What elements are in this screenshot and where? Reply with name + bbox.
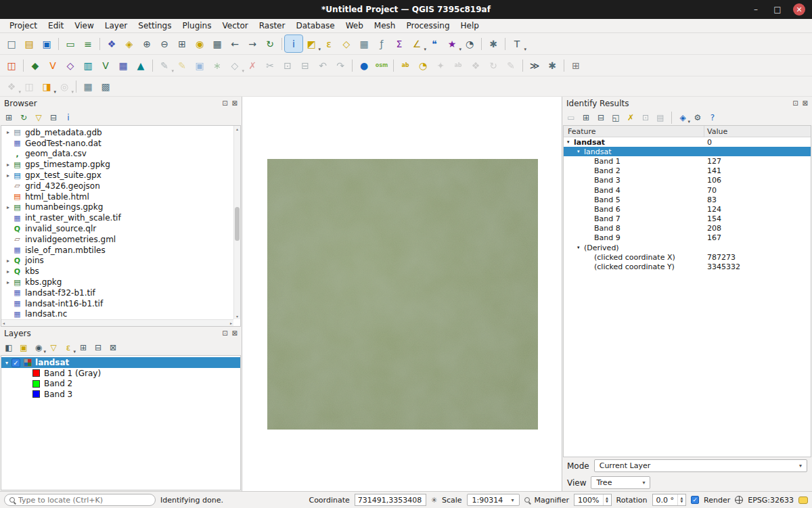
expand-arrow-icon[interactable]: ▸ bbox=[4, 279, 12, 285]
menu-item[interactable]: Layer bbox=[99, 20, 133, 32]
browser-item[interactable]: ▸ ▱ grid_4326.geojson bbox=[1, 181, 233, 191]
data-source-manager-icon[interactable]: ◫ bbox=[3, 57, 20, 74]
add-vector-layer-icon[interactable]: V bbox=[97, 57, 114, 74]
save-layer-edits-icon[interactable]: ▣ bbox=[191, 57, 208, 74]
expand-tree-icon[interactable]: ⊞ bbox=[579, 111, 593, 124]
delete-selected-icon[interactable]: ✗ bbox=[244, 57, 261, 74]
rotate-label-icon[interactable]: ↻ bbox=[484, 57, 502, 74]
toolbar-button[interactable] bbox=[478, 35, 484, 52]
value-column-header[interactable]: Value bbox=[704, 126, 811, 137]
rotation-spinbox[interactable]: 0.0 ° ▲▼ bbox=[652, 494, 687, 506]
add-group-icon[interactable]: ▣ bbox=[17, 341, 30, 354]
refresh-browser-icon[interactable]: ↻ bbox=[17, 111, 30, 124]
extent-icon[interactable]: ✳ bbox=[431, 496, 437, 505]
remove-layer-icon[interactable]: ⊠ bbox=[106, 341, 120, 354]
select-features-icon[interactable]: ◩ bbox=[302, 35, 320, 52]
zoom-full-icon[interactable]: ⊞ bbox=[173, 35, 191, 52]
browser-item[interactable]: ▸ Q joins bbox=[1, 256, 233, 267]
identify-help-icon[interactable]: ? bbox=[706, 111, 719, 124]
measure-icon[interactable]: ∠ bbox=[408, 35, 426, 52]
toolbar-button[interactable] bbox=[502, 35, 508, 52]
layer-styling-icon[interactable]: ◧ bbox=[2, 341, 16, 354]
highlight-labels-icon[interactable]: ab bbox=[449, 57, 467, 74]
menu-item[interactable]: View bbox=[69, 20, 99, 32]
panel-toolbar-button[interactable] bbox=[669, 111, 675, 124]
layer-band-item[interactable]: Band 2 bbox=[1, 379, 240, 390]
browser-item[interactable]: ▸ ▦ isle_of_man.mbtiles bbox=[1, 245, 233, 256]
select-by-expression-icon[interactable]: ε bbox=[320, 35, 338, 52]
expand-arrow-icon[interactable]: ▸ bbox=[4, 269, 12, 275]
layer-item-landsat[interactable]: ▾ ✓ landsat bbox=[1, 357, 240, 368]
identify-result-row[interactable]: ▾landsat bbox=[564, 147, 811, 156]
toolbar-button[interactable] bbox=[97, 35, 103, 52]
change-label-icon[interactable]: ✎ bbox=[502, 57, 520, 74]
titlebar[interactable]: *Untitled Project — QGIS 7395c819af – □ … bbox=[0, 0, 812, 19]
expand-arrow-icon[interactable]: ▸ bbox=[4, 258, 12, 264]
undock-panel-icon[interactable]: ⊡ bbox=[222, 99, 227, 107]
refresh-map-icon[interactable]: ↻ bbox=[261, 35, 279, 52]
deselect-features-icon[interactable]: ◇ bbox=[338, 35, 355, 52]
expand-arrow-icon[interactable]: ▾ bbox=[567, 139, 574, 145]
processing-toolbox-icon[interactable]: ✱ bbox=[484, 35, 502, 52]
pan-to-selection-icon[interactable]: ◈ bbox=[120, 35, 138, 52]
toolbar-button[interactable] bbox=[150, 57, 156, 74]
move-feature-icon[interactable]: ❖ bbox=[3, 78, 20, 95]
identify-settings-icon[interactable]: ⚙ bbox=[691, 111, 704, 124]
temporal-controller-icon[interactable]: ◔ bbox=[461, 35, 478, 52]
mode-combobox[interactable]: Current Layer bbox=[594, 459, 807, 472]
browser-item[interactable]: ▸ Q kbs bbox=[1, 266, 233, 277]
vertical-scrollbar[interactable]: ▴▾ bbox=[233, 126, 240, 319]
browser-item[interactable]: ▸ ▤ html_table.html bbox=[1, 191, 233, 202]
expand-arrow-icon[interactable]: ▸ bbox=[4, 172, 12, 179]
browser-item[interactable]: ▸ ▤ gps_timestamp.gpkg bbox=[1, 159, 233, 170]
browser-item[interactable]: ▸ ▦ landsat-f32-b1.tif bbox=[1, 287, 233, 298]
identify-result-row[interactable]: ▾Band 8 208 bbox=[564, 224, 811, 233]
browser-properties-icon[interactable]: i bbox=[62, 111, 75, 124]
identify-result-row[interactable]: ▾Band 3 106 bbox=[564, 176, 811, 185]
split-features-icon[interactable]: ◫ bbox=[20, 78, 38, 95]
menu-item[interactable]: Processing bbox=[401, 20, 455, 32]
menu-item[interactable]: Help bbox=[455, 20, 484, 32]
messages-icon[interactable] bbox=[798, 497, 808, 504]
coordinate-input[interactable] bbox=[355, 494, 426, 506]
horizontal-scrollbar[interactable]: ◂▸ bbox=[1, 319, 233, 326]
undock-panel-icon[interactable]: ⊡ bbox=[792, 99, 798, 107]
expand-arrow-icon[interactable]: ▸ bbox=[4, 162, 12, 168]
crs-status[interactable]: EPSG:32633 bbox=[748, 496, 794, 505]
toolbar-button[interactable] bbox=[73, 78, 79, 95]
toolbar-button[interactable] bbox=[20, 57, 26, 74]
undock-panel-icon[interactable]: ⊡ bbox=[222, 329, 227, 337]
map-themes-icon[interactable]: ◉ bbox=[32, 341, 45, 354]
browser-item[interactable]: ▸ ▦ int_raster_with_scale.tif bbox=[1, 212, 233, 223]
expand-arrow-icon[interactable]: ▾ bbox=[577, 149, 584, 154]
add-mesh-layer-icon[interactable]: ▲ bbox=[132, 57, 150, 74]
layer-labeling-icon[interactable]: ab bbox=[397, 57, 414, 74]
new-virtual-layer-icon[interactable]: ▥ bbox=[79, 57, 97, 74]
close-icon[interactable]: ✕ bbox=[793, 3, 805, 16]
add-ring-icon[interactable]: ◎ bbox=[55, 78, 73, 95]
layer-band-item[interactable]: Band 3 bbox=[1, 389, 240, 400]
spinbox-arrows-icon[interactable]: ▲▼ bbox=[603, 494, 611, 505]
toolbar-button[interactable] bbox=[349, 57, 355, 74]
menu-item[interactable]: Plugins bbox=[177, 20, 217, 32]
project-new-icon[interactable]: □ bbox=[3, 35, 20, 52]
filter-legend-icon[interactable]: ▽ bbox=[47, 341, 60, 354]
statistical-summary-icon[interactable]: Σ bbox=[390, 35, 408, 52]
identify-form-icon[interactable]: ▭ bbox=[564, 111, 578, 124]
identify-result-row[interactable]: ▾Band 4 70 bbox=[564, 185, 811, 195]
zoom-next-icon[interactable]: → bbox=[244, 35, 261, 52]
collapse-all-layers-icon[interactable]: ⊟ bbox=[91, 341, 105, 354]
identify-result-row[interactable]: ▾(clicked coordinate X) 787273 bbox=[564, 252, 811, 262]
new-print-layout-icon[interactable]: ▭ bbox=[62, 35, 79, 52]
toolbar-button[interactable] bbox=[279, 35, 285, 52]
copy-result-icon[interactable]: ⊡ bbox=[639, 111, 652, 124]
layer-diagram-icon[interactable]: ◔ bbox=[414, 57, 432, 74]
plugin-manager-icon[interactable]: ✱ bbox=[543, 57, 561, 74]
pin-labels-icon[interactable]: ✦ bbox=[432, 57, 449, 74]
browser-item[interactable]: ▸ Q invalid_source.qlr bbox=[1, 223, 233, 234]
maximize-icon[interactable]: □ bbox=[771, 3, 784, 16]
filter-expression-icon[interactable]: ε bbox=[62, 341, 75, 354]
menu-item[interactable]: Web bbox=[340, 20, 369, 32]
new-shapefile-layer-icon[interactable]: V bbox=[44, 57, 62, 74]
new-spatialite-layer-icon[interactable]: ◇ bbox=[62, 57, 79, 74]
